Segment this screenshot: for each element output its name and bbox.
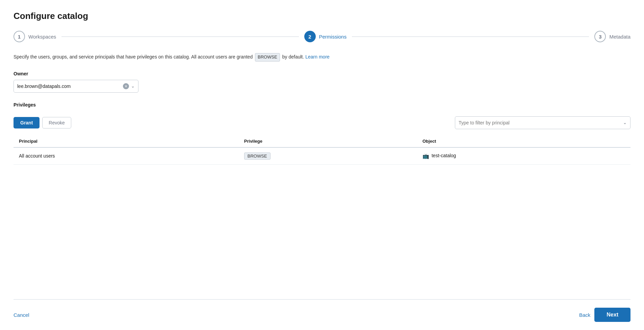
col-header-privilege: Privilege <box>239 135 417 147</box>
description: Specify the users, groups, and service p… <box>14 53 630 62</box>
owner-value: lee.brown@datapals.com <box>17 84 121 89</box>
step-2-label: Permissions <box>319 34 347 40</box>
privileges-actions: Grant Revoke ⌄ <box>14 116 630 129</box>
cell-privilege: BROWSE <box>239 147 417 165</box>
step-permissions: 2 Permissions <box>304 31 347 42</box>
cell-object: 📺test-catalog <box>417 147 630 165</box>
next-button[interactable]: Next <box>594 308 630 322</box>
description-text-after: by default. <box>282 54 304 60</box>
step-line-2 <box>352 37 589 37</box>
table-row: All account users BROWSE 📺test-catalog <box>14 147 630 165</box>
footer-right: Back Next <box>579 308 630 322</box>
step-1-label: Workspaces <box>28 34 56 40</box>
stepper: 1 Workspaces 2 Permissions 3 Metadata <box>14 31 630 42</box>
filter-principal-input[interactable] <box>459 120 623 125</box>
filter-principal-container[interactable]: ⌄ <box>455 116 630 129</box>
privilege-badge: BROWSE <box>244 152 271 160</box>
learn-more-link[interactable]: Learn more <box>305 54 330 60</box>
page-title: Configure catalog <box>14 11 630 21</box>
cell-principal: All account users <box>14 147 239 165</box>
description-text-before: Specify the users, groups, and service p… <box>14 54 253 60</box>
step-2-circle: 2 <box>304 31 316 42</box>
step-workspaces: 1 Workspaces <box>14 31 56 42</box>
grant-button[interactable]: Grant <box>14 117 40 128</box>
owner-label: Owner <box>14 71 630 76</box>
footer: Cancel Back Next <box>14 299 630 330</box>
step-3-label: Metadata <box>609 34 630 40</box>
col-header-principal: Principal <box>14 135 239 147</box>
col-header-object: Object <box>417 135 630 147</box>
privileges-label: Privileges <box>14 102 630 108</box>
step-metadata: 3 Metadata <box>594 31 630 42</box>
back-button[interactable]: Back <box>579 312 590 318</box>
privileges-table: Principal Privilege Object All account u… <box>14 135 630 165</box>
cancel-button[interactable]: Cancel <box>14 312 29 318</box>
step-line-1 <box>61 37 299 37</box>
browse-badge: BROWSE <box>255 53 280 62</box>
step-1-circle: 1 <box>14 31 25 42</box>
step-3-circle: 3 <box>594 31 606 42</box>
revoke-button[interactable]: Revoke <box>42 117 71 128</box>
catalog-icon: 📺 <box>422 153 429 159</box>
clear-owner-icon[interactable] <box>123 83 129 89</box>
owner-chevron-icon[interactable]: ⌄ <box>131 84 135 89</box>
owner-select[interactable]: lee.brown@datapals.com ⌄ <box>14 80 138 93</box>
filter-chevron-icon: ⌄ <box>623 120 627 125</box>
privilege-btn-group: Grant Revoke <box>14 117 71 128</box>
